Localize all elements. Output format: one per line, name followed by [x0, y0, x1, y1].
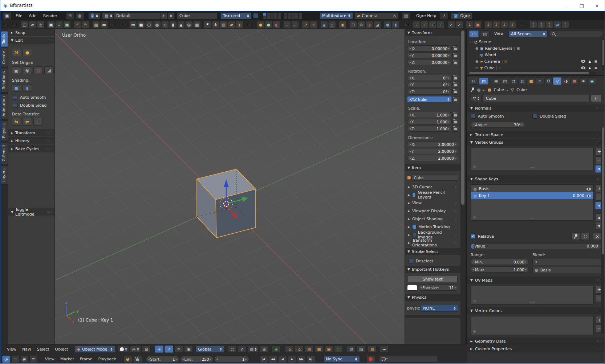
shelf-panel-transform[interactable]: ►Transform∷∷ [8, 129, 54, 136]
geometry-data-panel-header[interactable]: ►Geometry Data∷∷ [467, 338, 605, 345]
fontsize-field[interactable]: ◂Fontsize: 11▸ [418, 285, 458, 291]
add-speaker-icon[interactable]: ◖ [236, 21, 243, 28]
rotate-manipulator-button[interactable]: ↻ [174, 345, 183, 353]
timeline-marker-menu[interactable]: Marker [57, 357, 77, 361]
panel-grease-pencil-layers[interactable]: ► Grease Pencil Layers∷ [405, 191, 460, 199]
object-menu[interactable]: Object [52, 347, 71, 352]
origin-to-cursor-icon[interactable]: ⊕ [357, 21, 365, 28]
jump-to-start-button[interactable]: |◀ [259, 356, 268, 363]
frame-end-field[interactable]: ◂End: 250▸ [180, 356, 214, 362]
expand-icon[interactable]: ⊕ [475, 66, 479, 70]
add-grid-icon[interactable]: ▦ [193, 21, 201, 28]
shape-keys-panel-header[interactable]: ▼Shape Keys∷∷ [467, 175, 605, 183]
add-camera-icon[interactable]: ▰ [228, 21, 235, 28]
shelf-tab-create[interactable]: Create [1, 48, 8, 67]
add-lattice-icon[interactable]: ▤ [220, 21, 227, 28]
show-text-button[interactable]: Show text [408, 276, 458, 282]
timeline-view-menu[interactable]: View [42, 357, 57, 361]
add-layout-button[interactable]: + [160, 12, 167, 19]
panel-background-images[interactable]: ► Background Images∷ [405, 231, 460, 239]
tab-object[interactable]: ■ [527, 77, 535, 85]
shade-smooth-icon[interactable]: ● [384, 21, 391, 28]
auto-smooth-checkbox[interactable]: Auto Smooth [471, 114, 529, 119]
panel-checkbox[interactable] [412, 193, 416, 197]
add-cube-icon[interactable]: ■ [137, 21, 145, 28]
delete-icon[interactable]: ✕ [310, 21, 317, 28]
apply-visual-transform-icon[interactable]: ✓ [447, 21, 455, 28]
save-copy-icon[interactable]: ▣ [63, 21, 71, 28]
origin-to-cursor-icon[interactable]: ◉ [23, 66, 32, 74]
timeline-playback-menu[interactable]: Playback [95, 357, 119, 361]
set-parent-icon[interactable]: ● [257, 21, 264, 28]
apply-rotation-icon[interactable]: ✓ [421, 21, 429, 28]
layer-visibility-icon[interactable]: ▤ [305, 345, 313, 353]
record-button[interactable] [366, 356, 375, 363]
scale-manipulator-button[interactable]: ▣ [184, 345, 193, 353]
properties-display-icon[interactable]: ⊟ [469, 78, 478, 85]
physics-panel-header[interactable]: ▼Physics [405, 294, 460, 301]
pivot-align-toggle[interactable]: ⊡ [142, 345, 151, 353]
translate-manipulator-button[interactable]: ↗ [165, 345, 173, 353]
scene-name-field[interactable]: Cube [177, 12, 218, 19]
viewport-shading-button[interactable] [118, 345, 129, 353]
location-axis-field[interactable]: ◂X:0.00000▸ [407, 45, 452, 52]
outliner-row-camera[interactable]: ⊕ ▰ Camera | ◎ ▲ ▣ [467, 58, 605, 65]
auto-keyframe-record-icon[interactable]: ◕ [123, 356, 132, 363]
add-cylinder-icon[interactable]: ▮ [169, 21, 177, 28]
item-panel-header[interactable]: ▼Item [405, 164, 460, 171]
menu-file[interactable]: File [12, 11, 25, 21]
selectable-cursor-icon[interactable]: ▲ [589, 66, 591, 70]
render-image-icon[interactable]: ▩ [368, 345, 377, 353]
outliner-row-world[interactable]: ◍ World ▲ ▣ [467, 52, 605, 58]
mute-eye-icon[interactable] [586, 188, 591, 191]
tab-physics[interactable]: ◉ [588, 77, 596, 85]
handle-free-icon[interactable]: ( [561, 21, 569, 28]
render-opengl-icon[interactable]: ▨ [357, 345, 365, 353]
snap-panel-header[interactable]: ►Snap∷∷ [8, 29, 54, 36]
timeline-frame-menu[interactable]: Frame [77, 357, 95, 361]
layer-grid[interactable] [263, 13, 303, 19]
shelf-tab-tools[interactable]: Tools [1, 31, 8, 47]
outliner-display-icon[interactable]: ⊟ [469, 30, 479, 37]
play-reverse-button[interactable]: ◀ [278, 356, 287, 363]
create-group-icon[interactable]: ◐ [273, 21, 280, 28]
transform-panel-header[interactable]: ▼Transform [405, 29, 460, 36]
sync-mode-select[interactable]: No Sync [324, 356, 360, 363]
panel-checkbox[interactable] [412, 225, 417, 229]
shelf-tab-gpencil[interactable]: G-Pencil [1, 142, 8, 164]
rotation-axis-field[interactable]: ◂Z:0°▸ [407, 89, 452, 95]
vertex-groups-list[interactable]: ⊕== [471, 148, 594, 170]
shade-smooth-icon[interactable]: ● [12, 84, 21, 92]
open-file-icon[interactable]: ▱ [29, 21, 36, 28]
render-engine-select[interactable]: Multitexture [320, 12, 353, 19]
data-transfer-icon[interactable]: ⇆ [12, 118, 21, 126]
tab-render-layers[interactable]: ▤ [501, 77, 509, 85]
apply-visual-geometry-icon[interactable]: ✓ [455, 21, 463, 28]
save-icon[interactable]: ▣ [47, 21, 55, 28]
join-geometry-icon[interactable]: ∷ [33, 118, 43, 126]
visibility-eye-icon[interactable] [581, 66, 585, 69]
manipulator-toggle[interactable]: ✛ [155, 345, 163, 353]
snap-merge-icon[interactable]: ↗ [302, 21, 309, 28]
relations-menu-icon[interactable]: ≡ [246, 21, 254, 28]
stroke-select-panel-header[interactable]: ▼Stroke Select [405, 248, 460, 255]
panel-checkbox[interactable] [412, 233, 416, 237]
tab-render[interactable]: ▣ [492, 77, 500, 85]
rotation-axis-field[interactable]: ◂X:0°▸ [407, 75, 452, 81]
pack-data-icon[interactable]: ∴ [283, 21, 291, 28]
vertex-groups-panel-header[interactable]: ▼Vertex Groups∷∷ [467, 139, 605, 146]
geometry-to-origin-icon[interactable]: ◎ [33, 66, 43, 74]
shelf-panel-history[interactable]: ►History∷∷ [8, 137, 54, 144]
clear-location-icon[interactable]: ↓ [484, 21, 492, 28]
prev-keyframe-button[interactable]: ◀◀ [269, 356, 277, 363]
scale-axis-field[interactable]: ◂Y:1.000▸ [407, 119, 452, 125]
tab-material[interactable]: ◑ [562, 77, 570, 85]
redo-icon[interactable]: ↷ [82, 21, 89, 28]
shading-toggle[interactable] [253, 13, 259, 19]
renderable-camera-icon[interactable]: ▣ [594, 66, 597, 70]
visibility-eye-icon[interactable] [581, 60, 585, 63]
screen-layout-icon[interactable]: ⊞ [66, 12, 74, 20]
properties-scrollbar[interactable] [601, 127, 604, 334]
ogre-toggle[interactable]: ✓Ogre [451, 12, 472, 19]
snap-toggle[interactable]: ○ [228, 345, 237, 353]
